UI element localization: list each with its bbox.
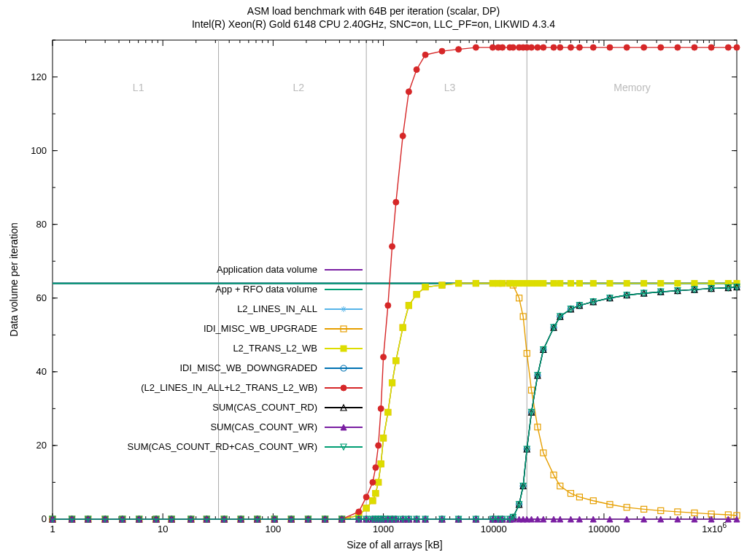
xtick: 10 bbox=[158, 524, 168, 534]
xtick: 1 bbox=[50, 524, 55, 534]
svg-point-609 bbox=[500, 44, 506, 50]
svg-rect-485 bbox=[456, 281, 462, 287]
legend-label: SUM(CAS_COUNT_RD) bbox=[212, 402, 317, 413]
series-line bbox=[53, 287, 737, 519]
legend-label: IDI_MISC_WB_UPGRADE bbox=[204, 323, 317, 334]
svg-point-601 bbox=[406, 89, 411, 95]
ytick: 60 bbox=[36, 292, 47, 303]
svg-point-590 bbox=[356, 509, 362, 515]
svg-point-594 bbox=[376, 443, 382, 448]
region-label: L3 bbox=[444, 82, 456, 93]
svg-point-619 bbox=[557, 44, 563, 50]
svg-rect-477 bbox=[385, 409, 391, 415]
ylabel: Data volume per iteration bbox=[8, 222, 20, 336]
svg-rect-505 bbox=[641, 281, 647, 287]
ytick: 80 bbox=[36, 219, 47, 230]
svg-rect-506 bbox=[658, 281, 664, 287]
svg-rect-486 bbox=[473, 281, 479, 287]
xtick: 100000 bbox=[588, 524, 619, 534]
chart-subtitle: Intel(R) Xeon(R) Gold 6148 CPU 2.40GHz, … bbox=[192, 18, 555, 30]
svg-point-603 bbox=[422, 52, 428, 58]
chart-title: ASM load benchmark with 64B per iteratio… bbox=[247, 5, 500, 17]
svg-point-620 bbox=[568, 44, 573, 50]
legend-label: SUM(CAS_COUNT_WR) bbox=[210, 421, 317, 432]
legend-label: (L2_LINES_IN_ALL+L2_TRANS_L2_WB) bbox=[141, 382, 317, 393]
svg-rect-499 bbox=[557, 281, 563, 287]
svg-rect-471 bbox=[363, 505, 369, 511]
svg-point-628 bbox=[692, 44, 697, 50]
svg-point-625 bbox=[641, 44, 647, 50]
svg-rect-495 bbox=[529, 281, 535, 287]
svg-rect-817 bbox=[341, 346, 347, 351]
region-label: Memory bbox=[614, 82, 651, 93]
svg-point-623 bbox=[607, 44, 613, 50]
series-line bbox=[53, 287, 737, 519]
legend-label: Application data volume bbox=[217, 264, 317, 275]
svg-rect-480 bbox=[400, 324, 406, 330]
svg-point-596 bbox=[381, 354, 387, 360]
series-line bbox=[53, 284, 737, 519]
svg-point-616 bbox=[535, 44, 541, 50]
svg-point-597 bbox=[385, 303, 391, 308]
ytick: 0 bbox=[42, 513, 47, 524]
svg-point-598 bbox=[390, 244, 395, 249]
legend-label: IDI_MISC_WB_DOWNGRADED bbox=[179, 362, 317, 373]
xtick: 1000 bbox=[373, 524, 394, 534]
svg-rect-503 bbox=[607, 281, 613, 287]
svg-rect-504 bbox=[624, 281, 630, 287]
svg-rect-502 bbox=[590, 281, 596, 287]
svg-rect-507 bbox=[675, 281, 681, 287]
ytick: 20 bbox=[36, 440, 47, 451]
ytick: 40 bbox=[36, 366, 47, 377]
svg-rect-483 bbox=[422, 284, 428, 290]
svg-point-621 bbox=[576, 44, 582, 50]
svg-point-599 bbox=[393, 199, 399, 205]
svg-point-631 bbox=[734, 44, 740, 50]
xtick: 1x106 bbox=[702, 521, 727, 534]
legend-label: L2_LINES_IN_ALL bbox=[237, 303, 317, 314]
svg-point-607 bbox=[489, 44, 495, 50]
svg-rect-496 bbox=[535, 281, 541, 287]
svg-rect-487 bbox=[489, 281, 495, 287]
svg-rect-500 bbox=[568, 281, 573, 287]
svg-rect-475 bbox=[378, 461, 384, 467]
svg-point-627 bbox=[675, 44, 681, 50]
svg-rect-482 bbox=[414, 292, 419, 298]
svg-rect-478 bbox=[390, 380, 395, 386]
svg-point-604 bbox=[439, 48, 445, 54]
svg-point-630 bbox=[725, 44, 731, 50]
svg-point-591 bbox=[363, 494, 369, 500]
svg-point-605 bbox=[456, 47, 462, 52]
svg-point-615 bbox=[529, 44, 535, 50]
svg-rect-497 bbox=[541, 281, 546, 287]
svg-rect-498 bbox=[551, 281, 557, 287]
xtick: 10000 bbox=[481, 524, 507, 534]
legend-label: SUM(CAS_COUNT_RD+CAS_COUNT_WR) bbox=[128, 441, 317, 452]
svg-rect-473 bbox=[373, 491, 379, 497]
svg-point-592 bbox=[370, 479, 376, 485]
xlabel: Size of all arrays [kB] bbox=[347, 539, 443, 551]
svg-point-622 bbox=[590, 44, 596, 50]
legend-label: App + RFO data volume bbox=[215, 284, 317, 295]
svg-point-600 bbox=[400, 133, 406, 139]
series-line bbox=[53, 284, 737, 519]
svg-rect-474 bbox=[376, 479, 382, 485]
svg-rect-479 bbox=[393, 358, 399, 364]
series-line bbox=[53, 284, 737, 519]
ytick: 120 bbox=[31, 71, 47, 82]
svg-point-595 bbox=[378, 405, 384, 411]
svg-point-819 bbox=[341, 385, 347, 391]
legend-label: L2_TRANS_L2_WB bbox=[233, 343, 317, 354]
svg-rect-476 bbox=[381, 435, 387, 441]
svg-rect-481 bbox=[406, 303, 411, 308]
svg-point-602 bbox=[414, 66, 419, 72]
svg-rect-484 bbox=[439, 282, 445, 288]
svg-rect-508 bbox=[692, 281, 697, 287]
svg-rect-472 bbox=[370, 498, 376, 504]
region-label: L1 bbox=[133, 82, 144, 93]
svg-point-626 bbox=[658, 44, 664, 50]
xtick: 100 bbox=[266, 524, 282, 534]
svg-point-606 bbox=[473, 44, 479, 50]
svg-point-624 bbox=[624, 44, 630, 50]
svg-point-617 bbox=[541, 44, 546, 50]
